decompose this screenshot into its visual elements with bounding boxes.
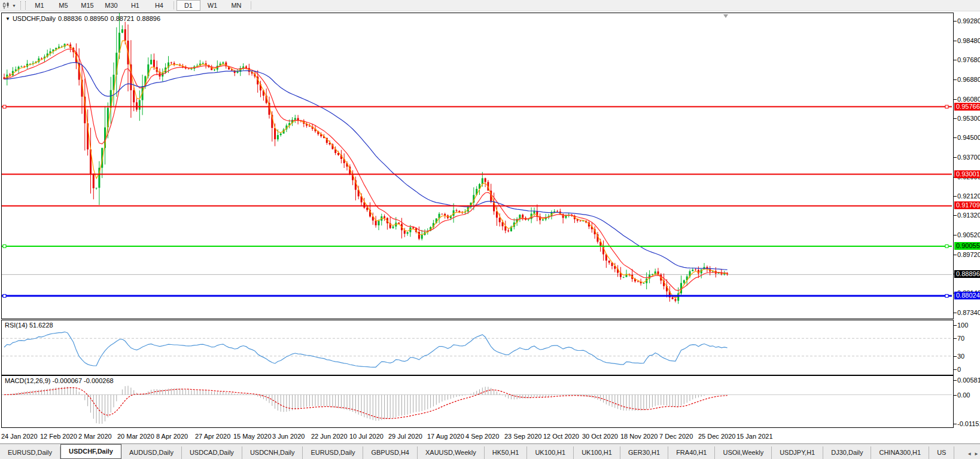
- hline-price-label: 0.91709: [954, 201, 980, 209]
- hline-price-label: 0.88896: [954, 270, 980, 278]
- timeframe-button-m15[interactable]: M15: [75, 0, 99, 11]
- timeframe-button-d1[interactable]: D1: [176, 0, 200, 11]
- date-axis-label: 15 Jan 2021: [736, 433, 773, 440]
- chart-symbol-label: USDCHF,Daily: [13, 15, 56, 22]
- rsi-axis-label: 0: [957, 366, 980, 373]
- price-axis-tickmark: [954, 41, 957, 41]
- price-chart-canvas[interactable]: [2, 13, 952, 317]
- date-axis-label: 15 May 2020: [233, 433, 272, 440]
- price-axis-label: 0.93700: [957, 154, 980, 161]
- macd-axis-tickmark: [954, 380, 957, 381]
- chart-tab-usdcad-daily[interactable]: USDCAD,Daily: [182, 446, 242, 459]
- timeframe-button-h1[interactable]: H1: [123, 0, 147, 11]
- date-axis-label: 12 Feb 2020: [40, 433, 77, 440]
- toolbar-separator: [251, 1, 251, 10]
- rsi-axis-tickmark: [954, 325, 957, 326]
- timeframe-button-h4[interactable]: H4: [147, 0, 171, 11]
- chart-type-button[interactable]: ▼: [0, 1, 19, 10]
- price-axis-tickmark: [954, 157, 957, 158]
- date-axis-label: 29 Jul 2020: [388, 433, 422, 440]
- timeframe-button-w1[interactable]: W1: [200, 0, 224, 11]
- macd-axis-label: 0.00: [957, 391, 980, 399]
- rsi-axis-label: 70: [957, 335, 980, 342]
- price-axis-tickmark: [954, 21, 957, 22]
- toolbar-separator: [174, 1, 174, 10]
- price-axis-tickmark: [954, 118, 957, 119]
- date-axis-label: 25 Dec 2020: [698, 433, 735, 440]
- chart-shift-icon[interactable]: [723, 14, 728, 18]
- tab-nav: ◄ ►: [967, 451, 979, 457]
- date-axis-label: 12 Oct 2020: [543, 433, 579, 440]
- chart-tab-audusd-daily[interactable]: AUDUSD,Daily: [121, 446, 182, 459]
- ohlc-close: 0.88896: [136, 15, 160, 22]
- date-axis-label: 2 Mar 2020: [78, 433, 112, 440]
- chart-tab-uk100-h1[interactable]: UK100,H1: [574, 446, 620, 459]
- chart-tab-fra40-h1[interactable]: FRA40,H1: [668, 446, 715, 459]
- price-axis-label: 0.96880: [957, 76, 980, 83]
- rsi-axis-tickmark: [954, 369, 957, 370]
- ohlc-low: 0.88721: [111, 15, 135, 22]
- macd-canvas[interactable]: [2, 376, 952, 426]
- price-chart-panel: ▼ USDCHF,Daily 0.88836 0.88950 0.88721 0…: [1, 13, 954, 319]
- chart-tab-dj30-daily[interactable]: DJ30,Daily: [823, 446, 871, 459]
- price-axis-tickmark: [954, 215, 957, 216]
- chart-tab-usdchf-daily[interactable]: USDCHF,Daily: [60, 444, 121, 459]
- hline-price-label: 0.95766: [954, 103, 980, 111]
- rsi-axis-label: 100: [957, 322, 980, 329]
- timeframe-buttons: M1M5M15M30H1H4D1W1MN: [28, 0, 254, 11]
- price-axis-tickmark: [954, 79, 957, 80]
- date-axis-label: 22 Jun 2020: [311, 433, 348, 440]
- price-axis-label: 0.90520: [957, 231, 980, 238]
- rsi-canvas[interactable]: [2, 320, 952, 374]
- macd-panel: MACD(12,26,9) -0.000067 -0.000268: [1, 375, 954, 428]
- price-axis-tickmark: [954, 99, 957, 100]
- chart-tab-eurusd-daily[interactable]: EURUSD,Daily: [303, 446, 363, 459]
- timeframe-button-mn[interactable]: MN: [224, 0, 248, 11]
- hline-price-label: 0.90055: [954, 242, 980, 250]
- chart-tabs: EURUSD,DailyUSDCHF,DailyAUDUSD,DailyUSDC…: [0, 444, 954, 459]
- price-axis-label: 0.91320: [957, 212, 980, 219]
- price-axis-label: 0.95300: [957, 115, 980, 122]
- price-axis-tickmark: [954, 137, 957, 138]
- timeframe-button-m5[interactable]: M5: [51, 0, 75, 11]
- chart-tabbar: EURUSD,DailyUSDCHF,DailyAUDUSD,DailyUSDC…: [0, 443, 980, 459]
- macd-label: MACD(12,26,9) -0.000067 -0.000268: [5, 377, 114, 384]
- price-axis-label: 0.96080: [957, 96, 980, 103]
- chart-tab-usdcnh-daily[interactable]: USDCNH,Daily: [242, 446, 303, 459]
- timeframe-button-m1[interactable]: M1: [28, 0, 51, 11]
- timeframe-toolbar: ▼ M1M5M15M30H1H4D1W1MN: [0, 0, 980, 11]
- chart-tab-xauusd-weekly[interactable]: XAUUSD,Weekly: [418, 446, 485, 459]
- price-axis-label: 0.94500: [957, 134, 980, 141]
- rsi-panel: RSI(14) 51.6228: [1, 320, 954, 375]
- price-axis-label: 0.97680: [957, 56, 980, 63]
- symbol-dropdown-icon[interactable]: ▼: [5, 16, 10, 22]
- date-axis-label: 18 Nov 2020: [620, 433, 658, 440]
- date-axis-label: 3 Jun 2020: [272, 433, 305, 440]
- price-axis-tickmark: [954, 60, 957, 60]
- timeframe-button-m30[interactable]: M30: [99, 0, 123, 11]
- hline-price-label: 0.93001: [954, 170, 980, 178]
- price-axis-tickmark: [954, 313, 957, 313]
- macd-axis-tickmark: [954, 395, 957, 396]
- hline-price-label: 0.88024: [954, 292, 980, 299]
- chart-tab-china300-h1[interactable]: CHINA300,H1: [871, 446, 929, 459]
- chart-tab-ger30-h1[interactable]: GER30,H1: [620, 446, 668, 459]
- tab-next-icon[interactable]: ►: [974, 451, 979, 457]
- chart-tab-usoil-weekly[interactable]: USOil,Weekly: [715, 446, 772, 459]
- tab-prev-icon[interactable]: ◄: [967, 451, 972, 457]
- chart-tab-eurusd-daily[interactable]: EURUSD,Daily: [0, 446, 60, 459]
- date-axis-label: 24 Jan 2020: [1, 433, 38, 440]
- macd-axis-label: 0.005818: [957, 377, 980, 384]
- rsi-label: RSI(14) 51.6228: [5, 322, 53, 329]
- date-axis-label: 20 Mar 2020: [117, 433, 154, 440]
- chart-tab-uk100-h1[interactable]: UK100,H1: [527, 446, 574, 459]
- date-axis-label: 17 Aug 2020: [427, 433, 464, 440]
- chart-tab-usdjpy-h1[interactable]: USDJPY,H1: [772, 446, 823, 459]
- rsi-axis-tickmark: [954, 338, 957, 339]
- date-axis-label: 7 Dec 2020: [659, 433, 693, 440]
- date-axis-label: 27 Apr 2020: [195, 433, 230, 440]
- chart-tab-us[interactable]: US: [929, 446, 954, 459]
- chart-tab-hk50-h1[interactable]: HK50,H1: [485, 446, 528, 459]
- chart-tab-gbpusd-h4[interactable]: GBPUSD,H4: [363, 446, 418, 459]
- toolbar-grip[interactable]: [20, 1, 26, 10]
